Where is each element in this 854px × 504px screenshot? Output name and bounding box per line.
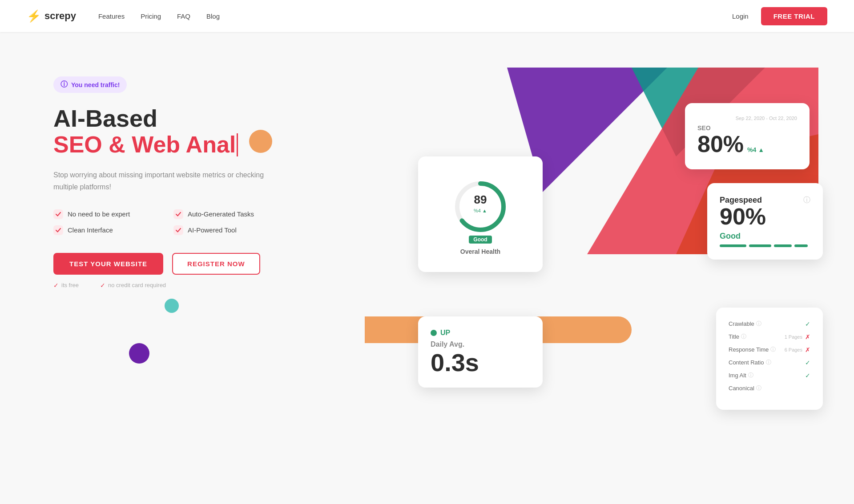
- bar-3: [774, 244, 792, 247]
- response-info: ⓘ: [770, 346, 776, 353]
- info-icon: ⓘ: [60, 80, 68, 89]
- up-badge: UP: [431, 329, 530, 337]
- content-status: ✓: [805, 359, 810, 366]
- login-button[interactable]: Login: [732, 12, 749, 20]
- nav-links: Features Pricing FAQ Blog: [98, 12, 220, 20]
- traffic-badge: ⓘ You need traffic!: [53, 76, 127, 93]
- seo-value: 80%: [697, 132, 744, 157]
- navbar: ⚡ screpy Features Pricing FAQ Blog Login…: [0, 0, 854, 32]
- bar-4: [794, 244, 808, 247]
- feature-item-1: No need to be expert: [53, 209, 156, 219]
- svg-text:89: 89: [474, 193, 487, 206]
- feature-label-4: AI-Powered Tool: [188, 226, 237, 234]
- hero-left: ⓘ You need traffic! AI-Based SEO & Web A…: [53, 68, 276, 289]
- feature-label-1: No need to be expert: [68, 210, 130, 218]
- canonical-label: Canonical ⓘ: [729, 384, 761, 392]
- check-card-icon: ✓: [100, 282, 105, 289]
- title-info: ⓘ: [741, 333, 746, 340]
- imgalt-label: Img Alt ⓘ: [729, 372, 753, 379]
- content-label: Content Ratio ⓘ: [729, 359, 771, 366]
- seo-detail-imgalt: Img Alt ⓘ ✓: [729, 372, 810, 379]
- hero-description: Stop worrying about missing important we…: [53, 169, 276, 193]
- check-icon-1: [53, 209, 63, 219]
- nav-blog[interactable]: Blog: [206, 12, 220, 20]
- crawlable-label: Crawlable ⓘ: [729, 320, 761, 328]
- hero-section: ⓘ You need traffic! AI-Based SEO & Web A…: [0, 32, 854, 503]
- nav-pricing[interactable]: Pricing: [141, 12, 161, 20]
- hero-title-red: SEO & Web Anal: [53, 132, 276, 158]
- feature-label-3: Clean Interface: [68, 226, 113, 234]
- title-pages: 1 Pages: [785, 334, 802, 340]
- pagespeed-info-icon: ⓘ: [803, 196, 810, 205]
- seo-pct: %4 ▲: [747, 146, 764, 153]
- nav-faq[interactable]: FAQ: [177, 12, 190, 20]
- check-icon-3: [53, 225, 63, 235]
- check-icon-4: [173, 225, 183, 235]
- free-trial-button[interactable]: FREE TRIAL: [761, 7, 827, 25]
- seo-up-arrow: ▲: [758, 146, 764, 153]
- seo-detail-title: Title ⓘ 1 Pages ✗: [729, 333, 810, 340]
- register-button[interactable]: REGISTER NOW: [172, 253, 260, 275]
- up-label: UP: [440, 329, 450, 337]
- badge-text: You need traffic!: [71, 81, 120, 88]
- sub-no-card: ✓ no credit card required: [100, 282, 166, 289]
- svg-text:%4 ▲: %4 ▲: [474, 208, 487, 213]
- seo-detail-response: Response Time ⓘ 6 Pages ✗: [729, 346, 810, 353]
- card-seo-details: Crawlable ⓘ ✓ Title ⓘ 1 Pages ✗ Response…: [716, 308, 823, 410]
- decorative-circle-orange: [249, 130, 272, 153]
- cta-sub-labels: ✓ its free ✓ no credit card required: [53, 282, 276, 289]
- logo[interactable]: ⚡ screpy: [27, 9, 76, 23]
- navbar-right: Login FREE TRIAL: [732, 7, 827, 25]
- seo-detail-canonical: Canonical ⓘ: [729, 384, 810, 392]
- logo-text: screpy: [44, 10, 76, 22]
- features-grid: No need to be expert Auto-Generated Task…: [53, 209, 276, 235]
- feature-item-4: AI-Powered Tool: [173, 225, 276, 235]
- seo-detail-content: Content Ratio ⓘ ✓: [729, 359, 810, 366]
- feature-item-2: Auto-Generated Tasks: [173, 209, 276, 219]
- title-label: Title ⓘ: [729, 333, 746, 340]
- response-label: Response Time ⓘ: [729, 346, 776, 353]
- health-label: Overal Health: [460, 248, 500, 255]
- bar-2: [749, 244, 771, 247]
- pagespeed-bars: [720, 244, 810, 247]
- card-health: 89 %4 ▲ Good Overal Health: [418, 156, 543, 272]
- hero-right: 89 %4 ▲ Good Overal Health Sep 22, 2020 …: [383, 68, 818, 468]
- imgalt-status: ✓: [805, 372, 810, 379]
- pagespeed-value: 90%: [720, 205, 766, 228]
- response-status: ✗: [805, 346, 810, 353]
- card-uptime: UP Daily Avg. 0.3s: [418, 316, 543, 388]
- decorative-circle-purple: [129, 343, 149, 364]
- imgalt-info: ⓘ: [748, 372, 753, 379]
- bar-1: [720, 244, 746, 247]
- navbar-left: ⚡ screpy Features Pricing FAQ Blog: [27, 9, 220, 23]
- seo-date: Sep 22, 2020 - Oct 22, 2020: [697, 116, 797, 121]
- seo-label: SEO: [697, 124, 797, 132]
- hero-title-black: AI-Based: [53, 105, 276, 132]
- health-circle-wrap: 89 %4 ▲ Good Overal Health: [431, 169, 530, 260]
- test-website-button[interactable]: TEST YOUR WEBSITE: [53, 253, 163, 275]
- sub-free: ✓ its free: [53, 282, 79, 289]
- health-badge: Good: [469, 236, 491, 244]
- daily-avg-label: Daily Avg.: [431, 340, 530, 348]
- feature-item-3: Clean Interface: [53, 225, 156, 235]
- check-icon-2: [173, 209, 183, 219]
- feature-label-2: Auto-Generated Tasks: [188, 210, 254, 218]
- crawlable-info: ⓘ: [756, 320, 761, 328]
- uptime-value: 0.3s: [431, 350, 530, 375]
- pagespeed-good: Good: [720, 232, 810, 241]
- nav-features[interactable]: Features: [98, 12, 125, 20]
- crawlable-status: ✓: [805, 320, 810, 328]
- cta-buttons: TEST YOUR WEBSITE REGISTER NOW: [53, 253, 276, 275]
- card-pagespeed: Pagespeed ⓘ 90% Good: [707, 183, 823, 260]
- decorative-circle-teal: [165, 299, 179, 313]
- logo-icon: ⚡: [27, 9, 41, 23]
- title-status: ✗: [805, 333, 810, 340]
- seo-detail-crawlable: Crawlable ⓘ ✓: [729, 320, 810, 328]
- canonical-info: ⓘ: [756, 384, 761, 392]
- check-free-icon: ✓: [53, 282, 59, 289]
- content-info: ⓘ: [766, 359, 771, 366]
- health-donut-chart: 89 %4 ▲: [451, 178, 509, 236]
- response-pages: 6 Pages: [785, 347, 802, 352]
- card-seo: Sep 22, 2020 - Oct 22, 2020 SEO 80% %4 ▲: [685, 103, 810, 169]
- up-dot: [431, 330, 437, 336]
